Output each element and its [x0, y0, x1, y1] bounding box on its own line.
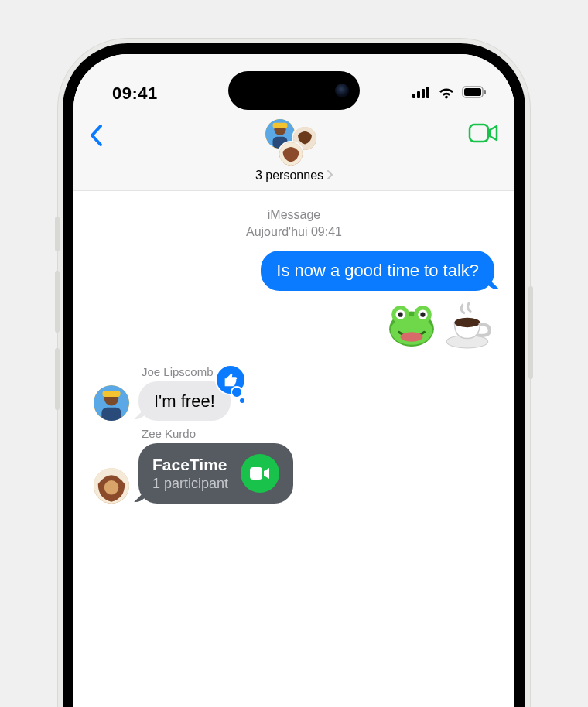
avatar — [278, 141, 304, 167]
facetime-button[interactable] — [463, 118, 499, 147]
screen: 09:41 — [74, 54, 514, 707]
svg-rect-6 — [484, 90, 487, 94]
svg-point-24 — [401, 332, 423, 341]
message-text: I'm free! — [154, 391, 215, 411]
service-label: iMessage — [94, 207, 494, 224]
outgoing-sticker-row[interactable] — [94, 299, 494, 350]
group-title-button[interactable]: 3 personnes — [89, 166, 499, 183]
front-camera — [335, 84, 349, 97]
facetime-invite[interactable]: FaceTime 1 participant — [138, 443, 293, 504]
battery-icon — [462, 86, 487, 101]
volume-up-button — [55, 271, 60, 333]
timestamp-label: Aujourd'hui 09:41 — [94, 224, 494, 241]
svg-rect-3 — [426, 87, 429, 98]
video-icon — [249, 466, 271, 481]
svg-rect-35 — [250, 467, 262, 480]
chevron-left-icon — [89, 124, 103, 147]
cellular-icon — [412, 86, 431, 101]
svg-point-22 — [398, 312, 402, 316]
mute-switch — [55, 217, 60, 251]
svg-rect-0 — [412, 94, 415, 98]
coffee-sticker — [443, 299, 494, 350]
thread-meta: iMessage Aujourd'hui 09:41 — [94, 202, 494, 251]
facetime-title: FaceTime — [152, 455, 228, 475]
sender-avatar[interactable] — [94, 385, 129, 421]
svg-rect-31 — [101, 408, 121, 421]
group-title: 3 personnes — [255, 169, 323, 183]
svg-rect-30 — [103, 391, 121, 397]
sender-avatar[interactable] — [94, 468, 129, 504]
svg-point-34 — [104, 480, 118, 494]
sender-label: Zee Kurdo — [94, 427, 494, 440]
svg-point-27 — [454, 317, 480, 326]
svg-rect-15 — [470, 125, 488, 142]
facetime-subtitle: 1 participant — [152, 475, 228, 493]
back-button[interactable] — [89, 118, 120, 150]
outgoing-message[interactable]: Is now a good time to talk? — [261, 251, 494, 291]
svg-point-23 — [420, 312, 425, 316]
video-icon — [468, 122, 499, 144]
sender-label: Joe Lipscomb — [94, 365, 494, 378]
incoming-message[interactable]: I'm free! — [138, 381, 231, 422]
wifi-icon — [437, 85, 456, 102]
chevron-right-icon — [326, 169, 333, 183]
thumbs-up-icon — [222, 371, 239, 388]
svg-rect-2 — [422, 89, 425, 98]
svg-rect-5 — [464, 88, 481, 96]
frog-sticker — [386, 299, 437, 350]
power-button — [528, 286, 533, 379]
conversation-header: 3 personnes — [74, 116, 514, 191]
svg-rect-9 — [273, 123, 288, 128]
facetime-join-button[interactable] — [241, 454, 279, 493]
phone-frame: 09:41 — [58, 39, 530, 707]
svg-rect-1 — [417, 91, 420, 98]
group-avatars[interactable] — [259, 118, 324, 166]
status-time: 09:41 — [112, 84, 158, 104]
tapback-thumbs-up[interactable] — [215, 364, 246, 395]
dynamic-island — [228, 71, 360, 110]
volume-down-button — [55, 348, 60, 410]
message-text: Is now a good time to talk? — [276, 261, 479, 280]
message-thread[interactable]: iMessage Aujourd'hui 09:41 Is now a good… — [74, 191, 514, 535]
